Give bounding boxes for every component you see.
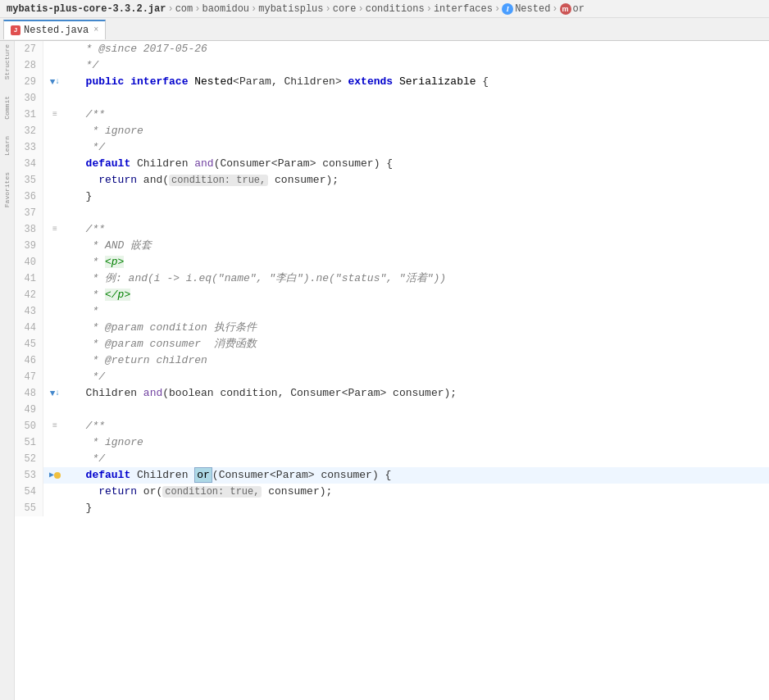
line-num-35: 35 (15, 172, 43, 189)
code-content-35: return and(condition: true, consumer); (66, 172, 769, 189)
code-line-28: 28 */ (15, 57, 769, 74)
bookmark-48: ↓ (55, 385, 60, 402)
file-icon: J (11, 25, 20, 35)
breadcrumb-conditions[interactable]: conditions (366, 3, 425, 15)
breadcrumb-baomidou[interactable]: baomidou (202, 3, 249, 15)
breadcrumb-sep-2: › (194, 3, 200, 15)
code-line-54: 54 return or(condition: true, consumer); (15, 484, 769, 500)
gutter-52 (43, 451, 66, 467)
breadcrumb-nested[interactable]: Nested (515, 3, 550, 15)
side-structure[interactable]: Structure (3, 44, 11, 80)
code-line-37: 37 (15, 205, 769, 221)
gutter-27 (43, 41, 66, 57)
side-favorites[interactable]: Favorites (3, 172, 11, 207)
code-content-36: } (66, 189, 769, 205)
line-num-46: 46 (15, 352, 43, 369)
line-num-52: 52 (15, 451, 43, 467)
line-num-44: 44 (15, 320, 43, 336)
code-line-49: 49 (15, 402, 769, 418)
code-content-52: */ (66, 451, 769, 467)
code-content-40: * <p> (66, 254, 769, 270)
gutter-47 (43, 369, 66, 385)
line-num-30: 30 (15, 90, 43, 107)
code-line-31: 31 ≡ /** (15, 107, 769, 123)
code-content-49 (66, 402, 769, 418)
code-line-44: 44 * @param condition 执行条件 (15, 320, 769, 336)
breadcrumb-sep-5: › (358, 3, 364, 15)
gutter-48: ▼↓ (43, 385, 66, 402)
code-content-44: * @param condition 执行条件 (66, 320, 769, 336)
gutter-45 (43, 336, 66, 352)
line-num-53: 53 (15, 467, 43, 484)
breadcrumb-interfaces[interactable]: interfaces (434, 3, 493, 15)
code-line-38: 38 ≡ /** (15, 221, 769, 238)
tab-nested-java[interactable]: J Nested.java × (3, 20, 106, 39)
method-icon: m (560, 3, 571, 15)
gutter-55 (43, 500, 66, 516)
breadcrumb-or[interactable]: or (573, 3, 585, 15)
gutter-arrow-48: ▼ (50, 385, 56, 402)
code-content-50: /** (66, 418, 769, 434)
code-line-40: 40 * <p> (15, 254, 769, 270)
gutter-42 (43, 287, 66, 303)
line-num-39: 39 (15, 238, 43, 254)
line-num-54: 54 (15, 484, 43, 500)
code-line-42: 42 * </p> (15, 287, 769, 303)
code-content-47: */ (66, 369, 769, 385)
gutter-46 (43, 352, 66, 369)
side-commit[interactable]: Commit (3, 96, 11, 120)
breadcrumb-mybatisplus[interactable]: mybatisplus (258, 3, 323, 15)
gutter-36 (43, 189, 66, 205)
gutter-37 (43, 205, 66, 221)
interface-icon: I (502, 3, 513, 15)
gutter-33 (43, 139, 66, 156)
code-content-38: /** (66, 221, 769, 238)
side-learn[interactable]: Learn (3, 136, 11, 156)
line-num-32: 32 (15, 123, 43, 139)
line-num-51: 51 (15, 434, 43, 451)
gutter-38: ≡ (43, 221, 66, 238)
code-line-34: 34 default Children and(Consumer<Param> … (15, 156, 769, 172)
line-num-47: 47 (15, 369, 43, 385)
code-line-51: 51 * ignore (15, 434, 769, 451)
line-num-27: 27 (15, 41, 43, 57)
code-content-45: * @param consumer 消费函数 (66, 336, 769, 352)
code-content-27: * @since 2017-05-26 (66, 41, 769, 57)
gutter-53: ▶ (43, 467, 66, 484)
gutter-arrow-29: ▼ (50, 74, 56, 90)
line-num-42: 42 (15, 287, 43, 303)
code-content-43: * (66, 303, 769, 320)
fold-50[interactable]: ≡ (52, 418, 57, 434)
fold-31[interactable]: ≡ (52, 107, 57, 123)
code-content-33: */ (66, 139, 769, 156)
code-content-41: * 例: and(i -> i.eq("name", "李白").ne("sta… (66, 270, 769, 287)
tab-label: Nested.java (24, 25, 89, 36)
code-line-55: 55 } (15, 500, 769, 516)
breadcrumb-jar[interactable]: mybatis-plus-core-3.3.2.jar (7, 3, 166, 15)
fold-38[interactable]: ≡ (52, 221, 57, 238)
breadcrumb-sep-7: › (494, 3, 500, 15)
line-num-49: 49 (15, 402, 43, 418)
line-num-55: 55 (15, 500, 43, 516)
gutter-41 (43, 270, 66, 287)
code-content-28: */ (66, 57, 769, 74)
gutter-39 (43, 238, 66, 254)
tab-close-button[interactable]: × (93, 25, 98, 34)
code-editor[interactable]: 27 * @since 2017-05-26 28 */ 29 ▼↓ publi… (15, 41, 769, 700)
code-line-46: 46 * @return children (15, 352, 769, 369)
code-content-37 (66, 205, 769, 221)
line-num-37: 37 (15, 205, 43, 221)
breadcrumb-core[interactable]: core (333, 3, 357, 15)
code-line-29: 29 ▼↓ public interface Nested<Param, Chi… (15, 74, 769, 90)
code-line-33: 33 */ (15, 139, 769, 156)
code-content-29: public interface Nested<Param, Children>… (66, 74, 769, 90)
code-line-36: 36 } (15, 189, 769, 205)
breadcrumb-com[interactable]: com (175, 3, 193, 15)
code-content-48: Children and(boolean condition, Consumer… (66, 385, 769, 402)
gutter-51 (43, 434, 66, 451)
code-content-39: * AND 嵌套 (66, 238, 769, 254)
gutter-40 (43, 254, 66, 270)
code-line-53: 53 ▶ default Children or(Consumer<Param>… (15, 467, 769, 484)
gutter-31: ≡ (43, 107, 66, 123)
bookmark-29: ↓ (55, 74, 60, 90)
